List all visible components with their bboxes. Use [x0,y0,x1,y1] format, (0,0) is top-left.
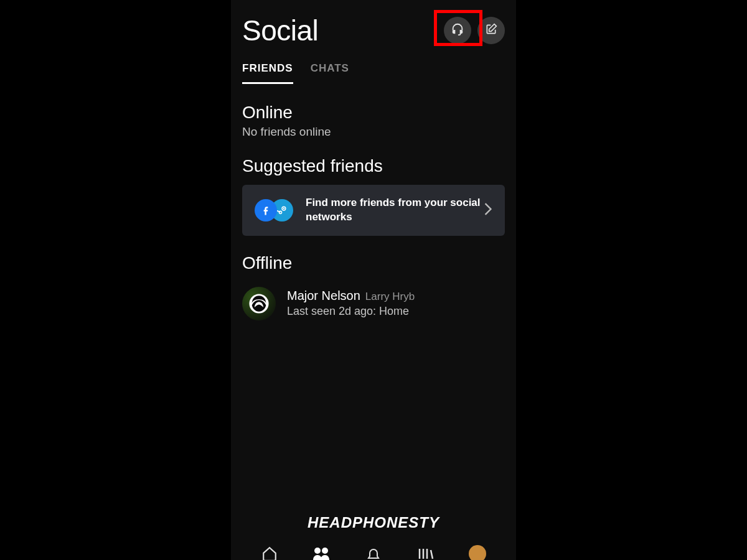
party-headset-button[interactable] [444,17,471,44]
tab-chats[interactable]: CHATS [311,62,349,84]
content: Online No friends online Suggested frien… [231,84,516,332]
online-subtitle: No friends online [242,125,505,139]
tab-friends[interactable]: FRIENDS [242,62,293,84]
header: Social [231,0,516,47]
compose-button[interactable] [477,17,505,44]
header-actions [444,17,505,44]
friend-status: Last seen 2d ago: Home [287,305,505,318]
bottom-nav [231,543,516,560]
svg-line-9 [431,550,433,559]
facebook-icon [255,199,277,222]
avatar [242,287,276,320]
suggested-title: Suggested friends [242,156,505,176]
offline-title: Offline [242,253,505,273]
app-screen: Social [231,0,516,560]
friend-info: Major Nelson Larry Hryb Last seen 2d ago… [287,289,505,318]
page-title: Social [242,14,318,47]
friend-name-row: Major Nelson Larry Hryb [287,289,505,303]
nav-library[interactable] [413,544,438,560]
svg-point-5 [322,548,328,554]
svg-point-10 [469,545,486,560]
online-title: Online [242,103,505,123]
find-friends-card[interactable]: Find more friends from your social netwo… [242,185,505,236]
friend-realname: Larry Hryb [365,291,415,303]
tabs: FRIENDS CHATS [231,47,516,84]
nav-home[interactable] [257,544,282,560]
social-icons-group [255,199,293,222]
nav-notifications[interactable] [361,544,386,560]
offline-section: Offline Major Nelson Larry Hryb Last see… [242,253,505,332]
nav-profile[interactable] [465,544,490,560]
friend-item[interactable]: Major Nelson Larry Hryb Last seen 2d ago… [242,276,505,332]
friend-gamertag: Major Nelson [287,289,360,303]
card-left: Find more friends from your social netwo… [255,196,484,225]
svg-point-1 [283,208,285,210]
online-section: Online No friends online [242,103,505,139]
chevron-right-icon [484,202,492,218]
svg-point-4 [314,548,321,554]
find-friends-text: Find more friends from your social netwo… [306,196,484,225]
suggested-section: Suggested friends [242,156,505,236]
compose-icon [485,23,497,38]
watermark: HEADPHONESTY [231,514,516,531]
nav-social[interactable] [309,544,334,560]
headset-icon [451,22,464,39]
